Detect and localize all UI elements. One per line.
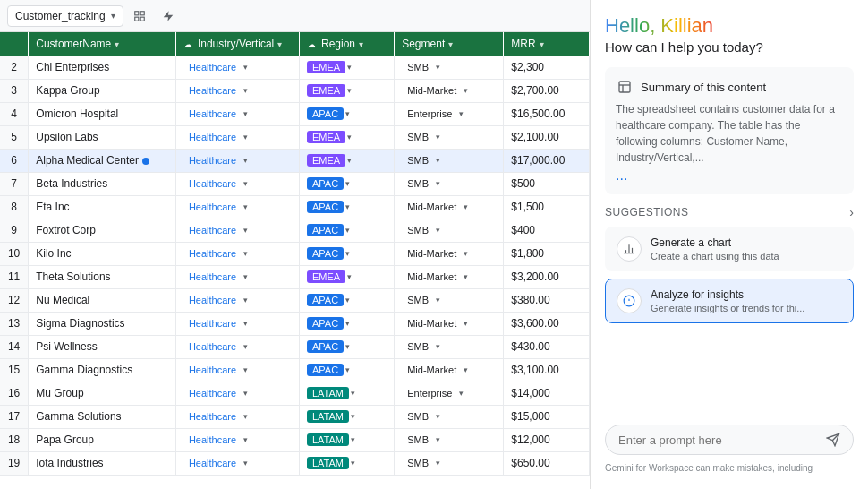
segment-dropdown-icon[interactable]: ▾	[436, 63, 440, 72]
table-row[interactable]: 7 Beta Industries Healthcare ▾ APAC ▾ SM…	[0, 172, 590, 195]
table-row[interactable]: 16 Mu Group Healthcare ▾ LATAM ▾ Enterpr…	[0, 382, 590, 405]
cell-name[interactable]: Omicron Hospital	[29, 102, 176, 125]
filter-a-icon[interactable]: ▾	[115, 39, 119, 49]
segment-dropdown-icon[interactable]: ▾	[436, 342, 440, 351]
cell-name[interactable]: Psi Wellness	[29, 335, 176, 358]
filter-e-icon[interactable]: ▾	[540, 39, 544, 49]
table-row[interactable]: 15 Gamma Diagnostics Healthcare ▾ APAC ▾…	[0, 358, 590, 382]
segment-dropdown-icon[interactable]: ▾	[459, 109, 464, 118]
suggestion-analyze-insights[interactable]: Analyze for insights Generate insights o…	[605, 279, 854, 323]
filter-d-icon[interactable]: ▾	[448, 39, 453, 49]
col-header-segment[interactable]: Segment ▾	[395, 32, 504, 56]
region-dropdown-icon[interactable]: ▾	[345, 319, 350, 328]
region-dropdown-icon[interactable]: ▾	[351, 459, 355, 468]
summary-more[interactable]: ...	[616, 167, 627, 184]
region-dropdown-icon[interactable]: ▾	[347, 133, 352, 142]
segment-dropdown-icon[interactable]: ▾	[436, 435, 440, 444]
industry-dropdown-icon[interactable]: ▾	[243, 435, 248, 444]
table-row[interactable]: 9 Foxtrot Corp Healthcare ▾ APAC ▾ SMB ▾	[0, 219, 590, 242]
region-dropdown-icon[interactable]: ▾	[345, 249, 350, 258]
industry-dropdown-icon[interactable]: ▾	[243, 202, 248, 211]
cell-name[interactable]: Upsilon Labs	[29, 125, 176, 149]
table-row[interactable]: 10 Kilo Inc Healthcare ▾ APAC ▾ Mid-Mark…	[0, 242, 590, 265]
cell-name[interactable]: Chi Enterprises	[29, 56, 176, 79]
industry-dropdown-icon[interactable]: ▾	[243, 86, 248, 95]
region-dropdown-icon[interactable]: ▾	[345, 226, 350, 235]
region-dropdown-icon[interactable]: ▾	[351, 435, 355, 444]
industry-dropdown-icon[interactable]: ▾	[243, 63, 248, 72]
col-header-mrr[interactable]: MRR ▾	[504, 32, 590, 56]
table-row[interactable]: 6 Alpha Medical Center Healthcare ▾ EMEA…	[0, 149, 590, 172]
industry-dropdown-icon[interactable]: ▾	[243, 156, 248, 165]
flash-icon-btn[interactable]	[156, 4, 181, 29]
cell-name[interactable]: Iota Industries	[29, 451, 176, 475]
table-row[interactable]: 17 Gamma Solutions Healthcare ▾ LATAM ▾ …	[0, 405, 590, 428]
region-dropdown-icon[interactable]: ▾	[351, 412, 355, 421]
cell-name[interactable]: Kilo Inc	[29, 242, 176, 265]
table-row[interactable]: 3 Kappa Group Healthcare ▾ EMEA ▾ Mid-Ma…	[0, 79, 590, 102]
industry-dropdown-icon[interactable]: ▾	[243, 319, 248, 328]
industry-dropdown-icon[interactable]: ▾	[243, 109, 248, 118]
cell-name[interactable]: Kappa Group	[29, 79, 176, 102]
cell-name[interactable]: Theta Solutions	[29, 265, 176, 288]
region-dropdown-icon[interactable]: ▾	[347, 272, 352, 281]
industry-dropdown-icon[interactable]: ▾	[243, 226, 248, 235]
table-row[interactable]: 8 Eta Inc Healthcare ▾ APAC ▾ Mid-Market…	[0, 195, 590, 219]
suggestions-chevron-icon[interactable]: ›	[849, 205, 854, 219]
segment-dropdown-icon[interactable]: ▾	[436, 133, 440, 142]
table-row[interactable]: 2 Chi Enterprises Healthcare ▾ EMEA ▾ SM…	[0, 56, 590, 79]
segment-dropdown-icon[interactable]: ▾	[436, 459, 440, 468]
segment-dropdown-icon[interactable]: ▾	[459, 389, 464, 398]
col-header-industry[interactable]: ☁ Industry/Vertical ▾	[175, 32, 299, 56]
region-dropdown-icon[interactable]: ▾	[345, 296, 350, 305]
industry-dropdown-icon[interactable]: ▾	[243, 179, 248, 188]
region-dropdown-icon[interactable]: ▾	[345, 365, 350, 374]
table-row[interactable]: 13 Sigma Diagnostics Healthcare ▾ APAC ▾…	[0, 312, 590, 335]
segment-dropdown-icon[interactable]: ▾	[436, 179, 440, 188]
region-dropdown-icon[interactable]: ▾	[345, 202, 350, 211]
segment-dropdown-icon[interactable]: ▾	[436, 226, 440, 235]
industry-dropdown-icon[interactable]: ▾	[243, 296, 248, 305]
table-row[interactable]: 18 Papa Group Healthcare ▾ LATAM ▾ SMB ▾	[0, 428, 590, 451]
region-dropdown-icon[interactable]: ▾	[345, 109, 350, 118]
region-dropdown-icon[interactable]: ▾	[347, 156, 352, 165]
table-row[interactable]: 5 Upsilon Labs Healthcare ▾ EMEA ▾ SMB ▾	[0, 125, 590, 149]
industry-dropdown-icon[interactable]: ▾	[243, 272, 248, 281]
table-row[interactable]: 11 Theta Solutions Healthcare ▾ EMEA ▾ M…	[0, 265, 590, 288]
cell-name[interactable]: Nu Medical	[29, 288, 176, 312]
industry-dropdown-icon[interactable]: ▾	[243, 249, 248, 258]
industry-dropdown-icon[interactable]: ▾	[243, 459, 248, 468]
segment-dropdown-icon[interactable]: ▾	[436, 156, 440, 165]
col-header-customername[interactable]: CustomerName ▾	[29, 32, 176, 56]
cell-name[interactable]: Eta Inc	[29, 195, 176, 219]
segment-dropdown-icon[interactable]: ▾	[464, 365, 468, 374]
prompt-input[interactable]	[618, 433, 819, 447]
cell-name[interactable]: Sigma Diagnostics	[29, 312, 176, 335]
table-row[interactable]: 19 Iota Industries Healthcare ▾ LATAM ▾ …	[0, 451, 590, 475]
industry-dropdown-icon[interactable]: ▾	[243, 412, 248, 421]
segment-dropdown-icon[interactable]: ▾	[436, 412, 440, 421]
cell-name[interactable]: Beta Industries	[29, 172, 176, 195]
region-dropdown-icon[interactable]: ▾	[347, 63, 352, 72]
segment-dropdown-icon[interactable]: ▾	[464, 272, 468, 281]
cell-name[interactable]: Papa Group	[29, 428, 176, 451]
filter-c-icon[interactable]: ▾	[359, 39, 363, 49]
industry-dropdown-icon[interactable]: ▾	[243, 342, 248, 351]
industry-dropdown-icon[interactable]: ▾	[243, 389, 248, 398]
segment-dropdown-icon[interactable]: ▾	[464, 86, 468, 95]
table-row[interactable]: 4 Omicron Hospital Healthcare ▾ APAC ▾ E…	[0, 102, 590, 125]
region-dropdown-icon[interactable]: ▾	[345, 179, 350, 188]
table-row[interactable]: 12 Nu Medical Healthcare ▾ APAC ▾ SMB ▾	[0, 288, 590, 312]
cell-name[interactable]: Gamma Diagnostics	[29, 358, 176, 382]
industry-dropdown-icon[interactable]: ▾	[243, 365, 248, 374]
segment-dropdown-icon[interactable]: ▾	[436, 296, 440, 305]
table-row[interactable]: 14 Psi Wellness Healthcare ▾ APAC ▾ SMB …	[0, 335, 590, 358]
region-dropdown-icon[interactable]: ▾	[347, 86, 352, 95]
industry-dropdown-icon[interactable]: ▾	[243, 133, 248, 142]
cell-name[interactable]: Alpha Medical Center	[29, 149, 176, 172]
cell-name[interactable]: Mu Group	[29, 382, 176, 405]
cell-name[interactable]: Foxtrot Corp	[29, 219, 176, 242]
segment-dropdown-icon[interactable]: ▾	[464, 319, 468, 328]
filter-b-icon[interactable]: ▾	[277, 39, 282, 49]
col-header-region[interactable]: ☁ Region ▾	[299, 32, 394, 56]
